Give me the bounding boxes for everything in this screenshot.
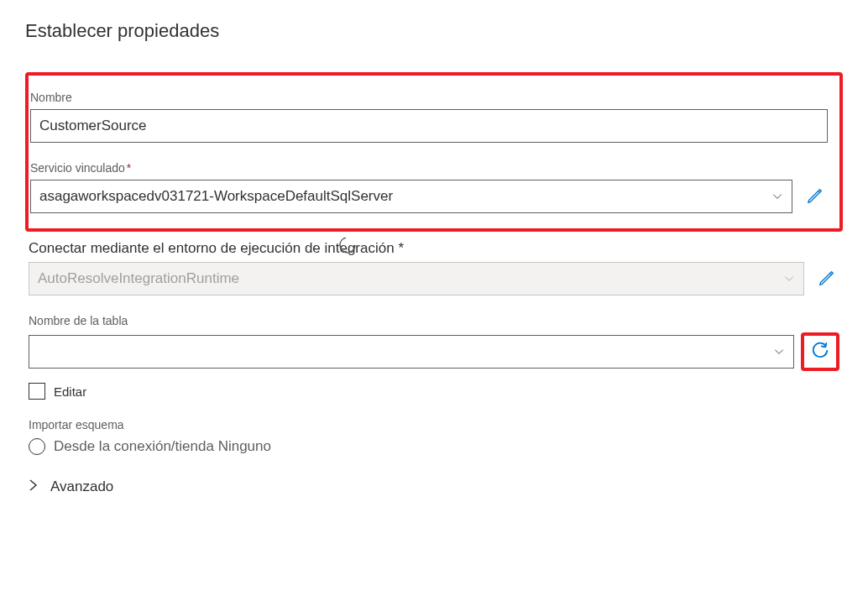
refresh-table-button[interactable] (808, 339, 833, 364)
name-input[interactable] (30, 109, 828, 143)
linked-service-label: Servicio vinculado* (30, 161, 828, 175)
advanced-expander[interactable]: Avanzado (29, 478, 839, 495)
highlight-refresh (801, 332, 839, 371)
advanced-label: Avanzado (50, 478, 113, 495)
integration-runtime-select: AutoResolveIntegrationRuntime (29, 262, 804, 295)
edit-linked-service-button[interactable] (803, 184, 828, 209)
pencil-icon (818, 269, 836, 290)
name-label: Nombre (30, 91, 828, 104)
chevron-down-icon (783, 273, 795, 285)
import-schema-radio[interactable] (29, 438, 45, 455)
edit-checkbox[interactable] (29, 383, 45, 400)
table-name-select[interactable] (29, 335, 794, 369)
import-schema-option-label: Desde la conexión/tienda Ninguno (54, 438, 271, 455)
refresh-icon (811, 342, 829, 363)
linked-service-value: asagaworkspacedv031721-WorkspaceDefaultS… (39, 188, 393, 205)
chevron-down-icon (771, 191, 783, 202)
table-name-label: Nombre de la tabla (29, 314, 839, 327)
integration-runtime-label: Conectar mediante el entorno de ejecució… (29, 240, 839, 257)
page-title: Establecer propiedades (25, 20, 843, 42)
import-schema-label: Importar esquema (29, 418, 839, 431)
highlight-name-service: Nombre Servicio vinculado* asagaworkspac… (25, 72, 843, 232)
pencil-icon (806, 186, 824, 207)
edit-checkbox-label: Editar (54, 384, 86, 399)
edit-integration-runtime-button[interactable] (814, 266, 839, 291)
chevron-down-icon (773, 346, 785, 358)
required-star-icon: * (127, 161, 131, 175)
chevron-right-icon (29, 478, 39, 495)
linked-service-select[interactable]: asagaworkspacedv031721-WorkspaceDefaultS… (30, 180, 792, 213)
integration-runtime-value: AutoResolveIntegrationRuntime (38, 270, 239, 287)
